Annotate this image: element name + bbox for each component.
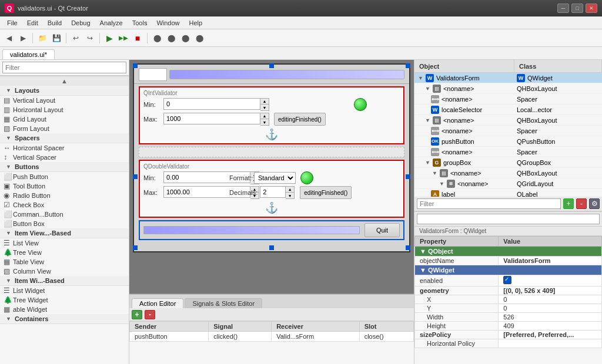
object-settings-button[interactable]: ⚙ bbox=[589, 198, 600, 209]
tree-item-group-box[interactable]: ▼ G groupBox QGroupBox bbox=[414, 157, 602, 168]
toolbar-save[interactable]: 💾 bbox=[50, 32, 63, 45]
prop-enabled-val[interactable]: ✓ bbox=[499, 275, 602, 287]
prop-row-enabled[interactable]: enabled ✓ bbox=[415, 275, 602, 287]
int-max-spin-down[interactable]: ▼ bbox=[260, 119, 269, 125]
tree-item-validators-form[interactable]: ▼ W ValidatorsForm W QWidget bbox=[414, 73, 602, 83]
sidebar-item-form-layout[interactable]: ▧ Form Layout bbox=[0, 124, 129, 133]
menu-help[interactable]: Help bbox=[185, 18, 208, 28]
int-max-input[interactable] bbox=[163, 113, 260, 124]
decimals-spin-up[interactable]: ▲ bbox=[286, 187, 294, 193]
sidebar-section-item-widgets[interactable]: ▼ Item Wi...-Based bbox=[0, 276, 129, 286]
prop-sizepolicy-val[interactable]: [Preferred, Preferred,... bbox=[499, 331, 602, 339]
tree-item-locale-selector[interactable]: W localeSelector Local...ector bbox=[414, 105, 602, 115]
prop-row-x[interactable]: X 0 bbox=[415, 295, 602, 304]
tree-item-spacer3[interactable]: ⟺ <noname> Spacer bbox=[414, 147, 602, 157]
menu-window[interactable]: Window bbox=[152, 18, 184, 28]
tab-signals-slots[interactable]: Signals & Slots Editor bbox=[185, 298, 262, 308]
menu-analyze[interactable]: Analyze bbox=[95, 18, 128, 28]
add-action-button[interactable]: + bbox=[132, 310, 142, 319]
sidebar-item-push-button[interactable]: ⬜ Push Button bbox=[0, 172, 129, 181]
menu-debug[interactable]: Debug bbox=[66, 18, 95, 28]
tree-item-hbox2[interactable]: ▼ ||| <noname> QHBoxLayout bbox=[414, 115, 602, 126]
quit-scrollbar[interactable] bbox=[143, 226, 360, 234]
sidebar-item-horizontal-spacer[interactable]: ↔ Horizontal Spacer bbox=[0, 143, 129, 153]
prop-row-y[interactable]: Y 0 bbox=[415, 304, 602, 313]
property-filter-input[interactable] bbox=[417, 214, 600, 224]
sidebar-item-table-view[interactable]: ▦ Table View bbox=[0, 257, 129, 267]
sidebar-scroll-up[interactable]: ▲ bbox=[0, 76, 129, 86]
toolbar-run[interactable]: ▶ bbox=[103, 32, 116, 45]
sidebar-item-tree-widget[interactable]: 🌲 Tree Widget bbox=[0, 295, 129, 305]
sidebar-item-horizontal-layout[interactable]: ▥ Horizontal Layout bbox=[0, 105, 129, 114]
prop-y-val[interactable]: 0 bbox=[499, 304, 602, 313]
top-scrollbar[interactable] bbox=[169, 70, 404, 79]
prop-height-val[interactable]: 409 bbox=[499, 322, 602, 331]
decimals-spin-down[interactable]: ▼ bbox=[286, 193, 294, 198]
format-select[interactable]: Standard Scientific bbox=[254, 172, 296, 184]
tab-action-editor[interactable]: Action Editor bbox=[132, 298, 183, 308]
menu-edit[interactable]: Edit bbox=[22, 18, 43, 28]
sidebar-item-vertical-layout[interactable]: ▤ Vertical Layout bbox=[0, 96, 129, 105]
sidebar-item-grid-layout[interactable]: ▦ Grid Layout bbox=[0, 114, 129, 124]
menu-tools[interactable]: Tools bbox=[128, 18, 152, 28]
sidebar-section-containers[interactable]: ▼ Containers bbox=[0, 314, 129, 324]
close-button[interactable]: ✕ bbox=[586, 4, 597, 13]
prop-row-geometry[interactable]: geometry [(0, 0), 526 x 409] bbox=[415, 287, 602, 295]
prop-hpolicy-val[interactable] bbox=[499, 339, 602, 348]
toolbar-align-top[interactable]: ⬤ bbox=[179, 32, 192, 45]
maximize-button[interactable]: □ bbox=[571, 4, 583, 13]
prop-row-objectname[interactable]: objectName ValidatorsForm bbox=[415, 257, 602, 265]
tree-item-grid-layout[interactable]: ▼ ⊞ <noname> QGridLayout bbox=[414, 178, 602, 189]
dbl-editing-finished-btn[interactable]: editingFinished() bbox=[300, 186, 352, 199]
object-filter-input[interactable] bbox=[417, 198, 561, 209]
toolbar-stop[interactable]: ■ bbox=[131, 32, 144, 45]
sidebar-item-check-box[interactable]: ☑ Check Box bbox=[0, 200, 129, 210]
tree-item-spacer2[interactable]: ⟺ <noname> Spacer bbox=[414, 126, 602, 136]
remove-object-button[interactable]: - bbox=[576, 198, 587, 209]
sidebar-item-command-button[interactable]: ⬜ Comman...Button bbox=[0, 210, 129, 219]
sidebar-item-button-box[interactable]: ⬜ Button Box bbox=[0, 219, 129, 228]
sidebar-item-column-view[interactable]: ▧ Column View bbox=[0, 267, 129, 276]
prop-geometry-val[interactable]: [(0, 0), 526 x 409] bbox=[499, 287, 602, 295]
add-object-button[interactable]: + bbox=[563, 198, 574, 209]
toolbar-align-bottom[interactable]: ⬤ bbox=[193, 32, 206, 45]
menu-build[interactable]: Build bbox=[43, 18, 66, 28]
sidebar-section-layouts[interactable]: ▼ Layouts bbox=[0, 86, 129, 96]
prop-row-sizepolicy[interactable]: sizePolicy [Preferred, Preferred,... bbox=[415, 331, 602, 339]
int-min-input[interactable] bbox=[163, 98, 260, 110]
sidebar-item-list-widget[interactable]: ☰ List Widget bbox=[0, 286, 129, 295]
toolbar-redo[interactable]: ↪ bbox=[83, 32, 96, 45]
quit-button[interactable]: Quit bbox=[364, 223, 400, 237]
int-min-spin-up[interactable]: ▲ bbox=[260, 99, 269, 105]
prop-x-val[interactable]: 0 bbox=[499, 295, 602, 304]
prop-objectname-val[interactable]: ValidatorsForm bbox=[499, 257, 602, 265]
sidebar-item-tree-view[interactable]: 🌲 Tree View bbox=[0, 248, 129, 257]
toolbar-forward[interactable]: ▶ bbox=[16, 32, 29, 45]
int-min-spin-down[interactable]: ▼ bbox=[260, 105, 269, 110]
tree-item-label[interactable]: A label QLabel bbox=[414, 189, 602, 197]
toolbar-align-left[interactable]: ⬤ bbox=[150, 32, 163, 45]
toolbar-back[interactable]: ◀ bbox=[2, 32, 15, 45]
sidebar-item-vertical-spacer[interactable]: ↕ Vertical Spacer bbox=[0, 153, 129, 162]
toolbar-open[interactable]: 📁 bbox=[36, 32, 49, 45]
toolbar-debug-run[interactable]: ▶▶ bbox=[117, 32, 130, 45]
enabled-checkbox[interactable]: ✓ bbox=[503, 276, 511, 284]
sidebar-section-item-views[interactable]: ▼ Item View...-Based bbox=[0, 228, 129, 238]
tree-item-hbox1[interactable]: ▼ ||| <noname> QHBoxLayout bbox=[414, 83, 602, 94]
prop-width-val[interactable]: 526 bbox=[499, 313, 602, 322]
int-editing-finished-btn[interactable]: editingFinished() bbox=[274, 113, 326, 126]
sidebar-section-buttons[interactable]: ▼ Buttons bbox=[0, 162, 129, 172]
sidebar-section-spacers[interactable]: ▼ Spacers bbox=[0, 133, 129, 143]
prop-row-width[interactable]: Width 526 bbox=[415, 313, 602, 322]
tab-validators-ui[interactable]: validators.ui* bbox=[2, 49, 55, 59]
sidebar-item-radio-button[interactable]: ◉ Radio Button bbox=[0, 191, 129, 200]
table-row[interactable]: pushButton clicked() Valid...sForm close… bbox=[130, 332, 414, 342]
decimals-input[interactable] bbox=[260, 186, 286, 198]
sidebar-item-tool-button[interactable]: ▣ Tool Button bbox=[0, 181, 129, 191]
toolbar-undo[interactable]: ↩ bbox=[69, 32, 82, 45]
prop-row-height[interactable]: Height 409 bbox=[415, 322, 602, 331]
toolbar-align-right[interactable]: ⬤ bbox=[165, 32, 178, 45]
tree-item-hbox3[interactable]: ▼ ||| <noname> QHBoxLayout bbox=[414, 168, 602, 178]
locale-combo[interactable] bbox=[139, 68, 167, 81]
sidebar-item-table-widget[interactable]: ▦ able Widget bbox=[0, 305, 129, 314]
